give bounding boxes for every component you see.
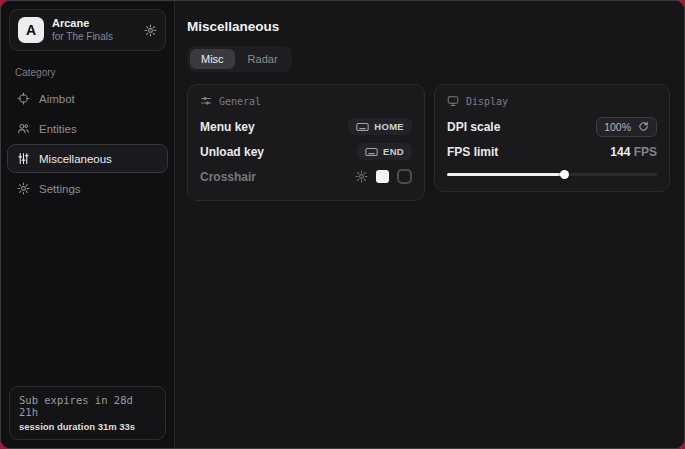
dpi-scale-value: 100% bbox=[604, 121, 631, 133]
unload-key-row: Unload key END bbox=[200, 140, 412, 163]
slider-handle[interactable] bbox=[560, 170, 569, 179]
brand-gear-icon[interactable] bbox=[144, 24, 157, 37]
keyboard-icon bbox=[356, 122, 369, 132]
crosshair-row: Crosshair bbox=[200, 165, 412, 188]
sliders-horizontal-icon bbox=[200, 95, 212, 107]
fps-limit-row: FPS limit 144 FPS bbox=[447, 140, 657, 163]
general-card-header: General bbox=[200, 95, 412, 107]
gear-icon bbox=[17, 182, 30, 195]
sidebar-item-entities[interactable]: Entities bbox=[7, 114, 168, 143]
sidebar-item-label: Entities bbox=[39, 123, 77, 135]
brand-text: Arcane for The Finals bbox=[52, 17, 136, 43]
brand-card: A Arcane for The Finals bbox=[9, 9, 166, 51]
crosshair-controls bbox=[355, 169, 412, 184]
display-card-header: Display bbox=[447, 95, 657, 107]
users-icon bbox=[17, 122, 30, 135]
brand-title: Arcane bbox=[52, 17, 136, 31]
brand-avatar: A bbox=[18, 17, 44, 43]
category-label: Category bbox=[1, 59, 174, 82]
sidebar-item-miscellaneous[interactable]: Miscellaneous bbox=[7, 144, 168, 173]
dpi-scale-label: DPI scale bbox=[447, 120, 500, 134]
display-card: Display DPI scale 100% FPS limit bbox=[434, 84, 670, 192]
fps-unit: FPS bbox=[634, 145, 657, 159]
crosshair-checkbox[interactable] bbox=[397, 169, 412, 184]
menu-key-button[interactable]: HOME bbox=[348, 118, 412, 135]
unload-key-label: Unload key bbox=[200, 145, 264, 159]
sidebar-spacer bbox=[1, 205, 174, 378]
tab-radar[interactable]: Radar bbox=[237, 49, 289, 69]
sidebar-item-label: Settings bbox=[39, 183, 81, 195]
refresh-icon[interactable] bbox=[638, 121, 649, 132]
menu-key-row: Menu key HOME bbox=[200, 115, 412, 138]
sub-expiry-text: Sub expires in 28d 21h bbox=[19, 394, 156, 418]
session-duration-text: session duration 31m 33s bbox=[19, 421, 156, 432]
keyboard-icon bbox=[365, 147, 378, 157]
fps-number: 144 bbox=[610, 145, 630, 159]
dpi-scale-row: DPI scale 100% bbox=[447, 115, 657, 138]
sidebar-item-label: Miscellaneous bbox=[39, 153, 112, 165]
crosshair-icon bbox=[17, 92, 30, 105]
sidebar-nav: Aimbot Entities Miscellaneous bbox=[1, 82, 174, 205]
menu-key-value: HOME bbox=[374, 121, 404, 132]
crosshair-label: Crosshair bbox=[200, 170, 256, 184]
page-title: Miscellaneous bbox=[187, 19, 670, 34]
app-window: A Arcane for The Finals Category bbox=[0, 0, 685, 449]
tab-misc[interactable]: Misc bbox=[190, 49, 235, 69]
fps-limit-label: FPS limit bbox=[447, 145, 498, 159]
slider-fill bbox=[447, 173, 565, 176]
sidebar-item-settings[interactable]: Settings bbox=[7, 174, 168, 203]
sidebar-item-aimbot[interactable]: Aimbot bbox=[7, 84, 168, 113]
unload-key-value: END bbox=[383, 146, 404, 157]
brand-subtitle: for The Finals bbox=[52, 31, 136, 44]
cards-row: General Menu key HOME Unload key bbox=[187, 84, 670, 201]
sliders-icon bbox=[17, 152, 30, 165]
tab-bar: Misc Radar bbox=[187, 46, 292, 72]
display-card-title: Display bbox=[466, 96, 508, 107]
subscription-card: Sub expires in 28d 21h session duration … bbox=[9, 386, 166, 440]
sidebar: A Arcane for The Finals Category bbox=[1, 1, 175, 448]
crosshair-color-swatch[interactable] bbox=[376, 170, 389, 183]
unload-key-button[interactable]: END bbox=[357, 143, 412, 160]
sidebar-item-label: Aimbot bbox=[39, 93, 75, 105]
monitor-icon bbox=[447, 95, 459, 107]
fps-limit-value: 144 FPS bbox=[610, 145, 657, 159]
crosshair-settings-gear-icon[interactable] bbox=[355, 170, 368, 183]
main-content: Miscellaneous Misc Radar General Menu ke… bbox=[175, 1, 684, 448]
dpi-scale-control[interactable]: 100% bbox=[596, 117, 657, 137]
menu-key-label: Menu key bbox=[200, 120, 255, 134]
general-card: General Menu key HOME Unload key bbox=[187, 84, 425, 201]
fps-limit-slider[interactable] bbox=[447, 169, 657, 179]
general-card-title: General bbox=[219, 96, 261, 107]
